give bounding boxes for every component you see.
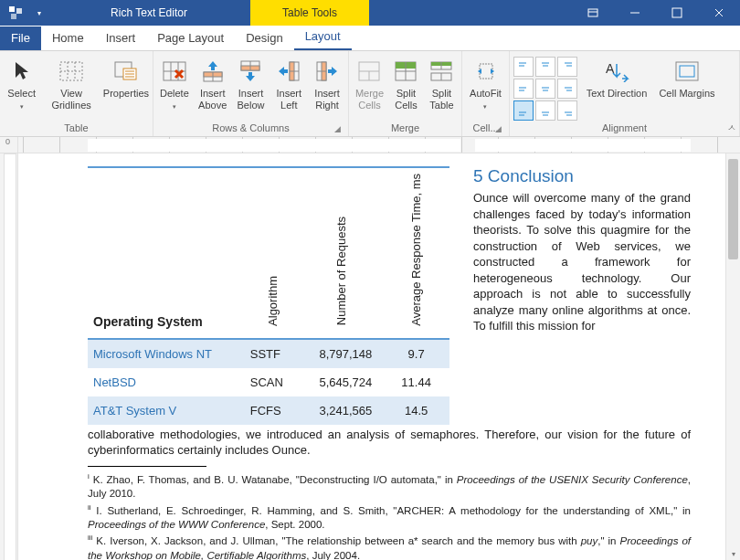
cell-size-dialog-launcher[interactable]: ◢ [495, 124, 502, 133]
svg-rect-3 [588, 9, 597, 16]
delete-table-icon [163, 57, 186, 86]
group-label-alignment: Alignment [513, 121, 735, 136]
svg-rect-6 [672, 8, 682, 17]
align-center-center[interactable] [535, 79, 555, 99]
insert-above-icon [201, 57, 225, 86]
cell-margins-icon [675, 57, 699, 86]
minimize-button[interactable] [614, 0, 656, 26]
table-row[interactable]: NetBSD SCAN 5,645,724 11.44 [88, 368, 449, 396]
properties-button[interactable]: Properties [103, 53, 149, 110]
app-icon[interactable] [0, 0, 31, 26]
insert-left-icon [277, 57, 301, 86]
svg-rect-2 [11, 14, 16, 19]
select-button[interactable]: Select▾ [4, 53, 39, 111]
text-direction-button[interactable]: A Text Direction [581, 53, 652, 110]
th-os[interactable]: Operating System [88, 167, 245, 339]
th-requests[interactable]: Number of Requests [300, 167, 383, 339]
align-bottom-left[interactable] [513, 100, 534, 121]
group-label-table: Table [4, 121, 149, 136]
tab-page-layout[interactable]: Page Layout [146, 26, 235, 50]
contextual-tab-label: Table Tools [250, 0, 369, 26]
rows-cols-dialog-launcher[interactable]: ◢ [334, 124, 341, 133]
paragraph-conclusion-span: collaborative methodologies, we introduc… [88, 427, 691, 459]
th-algorithm[interactable]: Algorithm [245, 167, 301, 339]
svg-rect-67 [680, 66, 694, 77]
th-time[interactable]: Average Response Time, ms [383, 167, 449, 339]
insert-right-button[interactable]: Insert Right [310, 53, 344, 111]
scroll-down-icon[interactable]: ▾ [726, 547, 740, 560]
align-top-center[interactable] [535, 57, 555, 77]
tab-home[interactable]: Home [41, 26, 95, 50]
tab-insert[interactable]: Insert [95, 26, 147, 50]
split-cells-icon [395, 57, 417, 86]
insert-above-button[interactable]: Insert Above [196, 53, 230, 111]
group-label-rows-columns: Rows & Columns◢ [157, 121, 344, 136]
collapse-ribbon-icon[interactable]: ㅅ [727, 122, 736, 134]
tab-design[interactable]: Design [235, 26, 293, 50]
ribbon-display-options-button[interactable] [572, 0, 614, 26]
split-table-icon [430, 57, 452, 86]
align-bottom-right[interactable] [557, 100, 577, 121]
heading-conclusion: 5 Conclusion [473, 166, 691, 186]
merge-cells-button[interactable]: Merge Cells [353, 53, 386, 111]
footnotes: i K. Zhao, F. Thomas, and B. U. Watanabe… [88, 472, 691, 560]
title-bar: ▾ Rich Text Editor Table Tools [0, 0, 740, 26]
view-gridlines-button[interactable]: View Gridlines [43, 53, 100, 111]
svg-rect-0 [9, 6, 15, 12]
scrollbar-thumb[interactable] [728, 159, 738, 259]
autofit-icon [475, 57, 497, 86]
insert-left-button[interactable]: Insert Left [271, 53, 306, 111]
split-cells-button[interactable]: Split Cells [390, 53, 422, 111]
paragraph-conclusion-right: Ounce will overcome many of the grand ch… [473, 190, 691, 334]
merge-cells-icon [358, 57, 380, 86]
insert-right-icon [315, 57, 339, 86]
quick-access-dropdown[interactable]: ▾ [31, 0, 48, 26]
align-bottom-center[interactable] [535, 100, 555, 121]
svg-rect-1 [16, 8, 22, 14]
split-table-button[interactable]: Split Table [426, 53, 458, 111]
close-button[interactable] [698, 0, 740, 26]
group-label-cell-size: Cell...◢ [466, 121, 505, 136]
cell-margins-button[interactable]: Cell Margins [656, 53, 718, 110]
insert-below-icon [238, 57, 262, 86]
align-center-left[interactable] [513, 79, 534, 99]
ruler-corner: 0 [0, 137, 18, 153]
footnote-separator [88, 466, 206, 467]
gridlines-icon [59, 57, 83, 86]
maximize-button[interactable] [656, 0, 698, 26]
vertical-ruler[interactable] [0, 153, 18, 560]
alignment-grid [513, 53, 577, 121]
data-table[interactable]: Operating System Algorithm Number of Req… [88, 166, 449, 425]
properties-icon [114, 57, 138, 86]
align-center-right[interactable] [557, 79, 577, 99]
table-row[interactable]: AT&T System V FCFS 3,241,565 14.5 [88, 396, 449, 425]
cursor-icon [13, 57, 31, 86]
autofit-button[interactable]: AutoFit▾ [466, 53, 505, 111]
group-label-merge: Merge [353, 121, 458, 136]
text-direction-icon: A [604, 57, 629, 86]
vertical-scrollbar[interactable]: ▴ ▾ [725, 153, 740, 560]
svg-rect-46 [480, 64, 492, 79]
tab-layout[interactable]: Layout [294, 25, 352, 50]
delete-button[interactable]: Delete▾ [157, 53, 192, 111]
ribbon: Select▾ View Gridlines Properties Table … [0, 51, 740, 137]
window-title: Rich Text Editor [48, 0, 250, 26]
insert-below-button[interactable]: Insert Below [234, 53, 269, 111]
ribbon-tabs: File Home Insert Page Layout Design Layo… [0, 26, 740, 51]
tab-file[interactable]: File [0, 26, 41, 50]
horizontal-ruler[interactable]: 0 [0, 137, 740, 153]
align-top-right[interactable] [557, 57, 577, 77]
align-top-left[interactable] [513, 57, 534, 77]
document-page[interactable]: Operating System Algorithm Number of Req… [18, 153, 725, 560]
table-row[interactable]: Microsoft Windows NT SSTF 8,797,148 9.7 [88, 339, 449, 368]
